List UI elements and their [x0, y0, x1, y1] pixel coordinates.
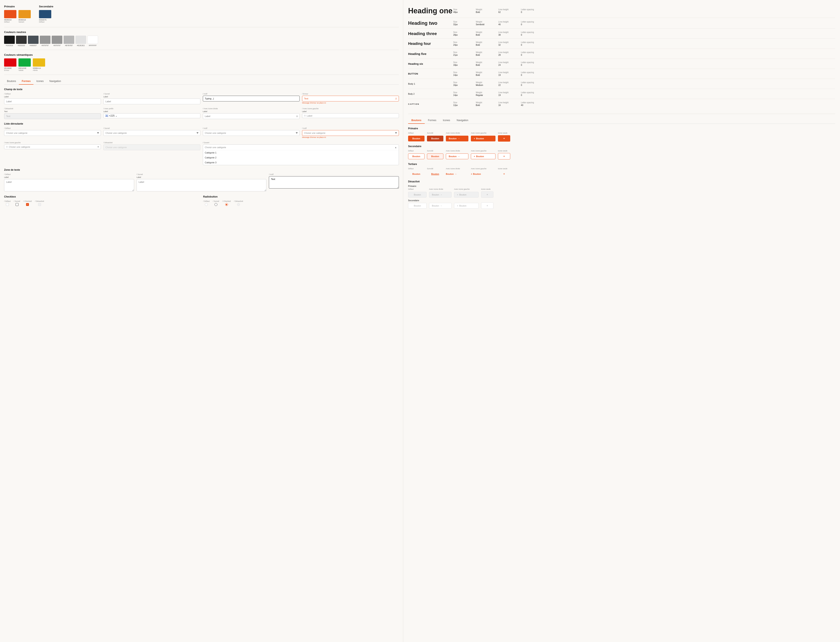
select-defaut[interactable]: Choisir une catégorie — [4, 130, 101, 136]
btn-primary-survole[interactable]: Bouton — [427, 136, 444, 141]
input-actif[interactable] — [203, 96, 300, 101]
sample-body2: Body 2 — [408, 92, 453, 95]
dropdown-icon-left[interactable]: ⊙ Choisir une catégorie ▼ — [4, 144, 101, 149]
radio-disabled-circle[interactable] — [237, 203, 240, 206]
dropdown-open-widget[interactable]: Choisir une catégorie ▲ Catégorie 1 Caté… — [203, 144, 399, 165]
color-code-blue: #254D75 — [39, 19, 51, 21]
prefix-flag: 🇮🇱 +225 ⌄ — [105, 114, 117, 117]
dropdown-option-3[interactable]: Catégorie 3 — [203, 160, 399, 165]
btn-disabled-primary-icon-right[interactable]: Bouton → — [429, 192, 452, 198]
select-survel[interactable]: Choisir une catégorie — [103, 130, 200, 136]
primaire-col-labels: Défaut Survolé Avec icone droite Avec ic… — [408, 132, 835, 135]
btn-disabled-secondary-defaut[interactable]: Bouton — [408, 203, 427, 209]
radio-checked: / Checked — [223, 200, 231, 206]
typo-row-h5: Heading five Size21px WeightBold Line-he… — [408, 49, 835, 59]
btn-primary-icon-left[interactable]: + Bouton — [471, 136, 496, 141]
btn-primary-defaut[interactable]: Bouton — [408, 136, 424, 141]
checkbox-disabled: / Désactivé — [35, 200, 44, 206]
input-icon-left-wrapper[interactable]: ⊙ Label — [302, 113, 399, 118]
dropdown-options-list: Catégorie 1 Catégorie 2 Catégorie 3 — [203, 150, 399, 165]
select-disabled[interactable]: Choisir une catégorie — [103, 144, 200, 150]
textarea-hover-input[interactable] — [136, 179, 266, 191]
tertiaire-btn-row: Bouton Bouton Bouton → + Bouton + — [408, 171, 835, 177]
color-swatch-group-blue: #254D75 Défaut — [39, 10, 51, 23]
field-survel: / Survel Label — [103, 93, 200, 104]
btn-tertiary-icon-left[interactable]: + Bouton — [471, 171, 496, 177]
btn-tertiary-survole[interactable]: Bouton — [427, 171, 444, 177]
right-tab-icones[interactable]: Icones — [439, 117, 453, 124]
dropdown-option-1[interactable]: Catégorie 1 — [203, 150, 399, 155]
arrow-right-icon-3: → — [455, 173, 457, 175]
color-label-blue-defaut: Défaut — [39, 21, 51, 23]
tab-navigation[interactable]: Navigation — [47, 78, 64, 84]
dropdown-up-chevron-icon: ▲ — [395, 146, 397, 149]
btn-disabled-primary-icon-left[interactable]: + Bouton — [454, 192, 479, 198]
input-desactive[interactable] — [4, 113, 101, 119]
btn-disabled-secondary-icon-left[interactable]: + Bouton — [454, 203, 479, 209]
input-defaut[interactable] — [4, 99, 101, 104]
tab-icones[interactable]: Icones — [33, 78, 46, 84]
btn-secondary-survole[interactable]: Bouton — [427, 154, 444, 159]
btn-tertiary-defaut[interactable]: Bouton — [408, 171, 424, 177]
right-panel: Heading one Size 48px Weight Bold Line-h… — [403, 0, 840, 642]
neutral-swatch-mid2: #979797 — [52, 36, 62, 47]
primaire-buttons-section: Primaire Défaut Survolé Avec icone droit… — [408, 127, 835, 142]
tab-boutons[interactable]: Boutons — [4, 78, 19, 84]
desactive-buttons-section: Désactivé Primaire Défaut Avec icone dro… — [408, 180, 835, 209]
select-actif[interactable]: Choisir une catégorie — [203, 130, 300, 136]
sample-h2: Heading two — [408, 20, 453, 26]
radio-default[interactable] — [205, 203, 208, 206]
dropdown-defaut: / Défaut Choisir une catégorie — [4, 127, 101, 138]
btn-disabled-primary-defaut[interactable]: Bouton — [408, 192, 427, 198]
checkbox-defaut: / Défaut — [4, 200, 11, 206]
input-erreur[interactable] — [302, 96, 399, 101]
btn-disabled-secondary-icon-only[interactable]: + — [481, 203, 494, 209]
color-swatch-group-variant: #E95018 Variant — [18, 10, 31, 23]
tab-formes[interactable]: Formes — [19, 78, 33, 84]
field-avec-prefix: / Avec prefix Label 🇮🇱 +225 ⌄ — [103, 108, 200, 119]
dropdown-desactive: / Désactivé Choisir une catégorie — [103, 142, 200, 165]
secondaire-section: Secondaire #254D75 Défaut — [39, 5, 53, 24]
desactive-primaire: Primaire Défaut Avec icone droite Avec i… — [408, 185, 835, 198]
btn-disabled-primary-icon-only[interactable]: + — [481, 191, 494, 198]
dropdown-option-2[interactable]: Catégorie 2 — [203, 155, 399, 160]
plus-icon-3: + — [471, 173, 472, 175]
btn-tertiary-icon-only[interactable]: + — [498, 171, 510, 177]
primaire-title: Primaire — [4, 5, 31, 8]
checkbox-disabled-box[interactable] — [38, 203, 41, 206]
btn-primary-icon-only[interactable]: + — [498, 135, 510, 142]
input-prefix-wrapper[interactable]: 🇮🇱 +225 ⌄ — [103, 113, 200, 118]
textarea-active-input[interactable]: Text — [269, 176, 399, 188]
typo-row-caption: CAPTION Size12px WeightBold Line-height1… — [408, 99, 835, 109]
textarea-default-input[interactable] — [4, 179, 134, 191]
btn-tertiary-icon-right[interactable]: Bouton → — [446, 171, 468, 177]
secondaire-col-labels: Défaut Survolé Avec icone droite Avec ic… — [408, 150, 835, 152]
typo-row-body1: Body 1 Size16px WeightMedium Line-height… — [408, 79, 835, 89]
radio-disabled: / Désactivé — [234, 200, 243, 206]
color-swatch-orange — [4, 10, 16, 18]
right-tab-formes[interactable]: Formes — [425, 117, 440, 124]
right-tab-navigation[interactable]: Navigation — [453, 117, 472, 124]
btn-secondary-defaut[interactable]: Bouton — [408, 154, 424, 159]
btn-secondary-icon-left[interactable]: + Bouton — [471, 154, 496, 159]
radio-hover[interactable] — [214, 203, 218, 206]
sample-caption: CAPTION — [408, 102, 453, 105]
input-survel[interactable] — [103, 99, 200, 104]
checkbox-checked: / Checked ✓ — [23, 200, 32, 206]
btn-secondary-icon-right[interactable]: Bouton → — [446, 154, 468, 159]
checkbox-default-box[interactable] — [6, 203, 9, 206]
select-error[interactable]: Choisir une catégorie — [302, 130, 399, 136]
input-icon-right[interactable] — [203, 113, 300, 119]
secondaire-title: Secondaire — [39, 5, 53, 8]
dropdown-actif-error: / Actif Choisir une catégorie Message d'… — [302, 127, 399, 138]
checkbox-checked-box[interactable]: ✓ — [26, 203, 29, 206]
neutral-swatch-light2: #E2E2E2 — [75, 36, 86, 47]
error-message: Message d'erreur se place ici — [302, 102, 399, 104]
right-tab-boutons[interactable]: Boutons — [408, 117, 425, 124]
btn-primary-icon-right[interactable]: Bouton → — [446, 136, 468, 141]
checkbox-hover-box[interactable] — [16, 203, 18, 206]
btn-secondary-icon-only[interactable]: + — [498, 153, 510, 159]
radio-checked-circle[interactable] — [225, 203, 228, 206]
btn-disabled-secondary-icon-right[interactable]: Bouton → — [429, 203, 452, 209]
field-defaut: / Défaut Label — [4, 93, 101, 104]
